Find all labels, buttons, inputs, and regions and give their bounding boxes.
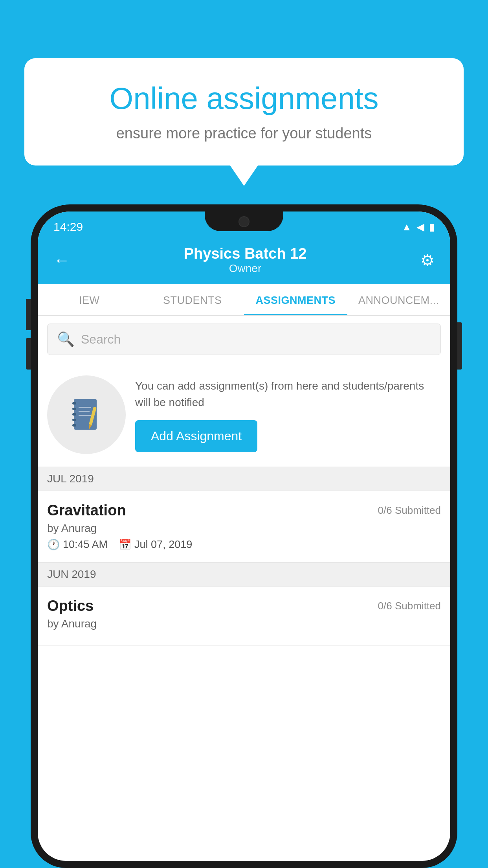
assignment-time: 10:45 AM: [63, 539, 108, 551]
meta-date: 📅 Jul 07, 2019: [119, 539, 192, 551]
calendar-icon: 📅: [119, 539, 131, 551]
speech-bubble: Online assignments ensure more practice …: [24, 58, 464, 166]
assignment-name: Gravitation: [47, 502, 126, 519]
tab-bar: IEW STUDENTS ASSIGNMENTS ANNOUNCEM...: [38, 284, 450, 316]
search-container: 🔍 Search: [38, 316, 450, 363]
assignment-submitted-optics: 0/6 Submitted: [378, 600, 441, 612]
meta-time: 🕐 10:45 AM: [47, 539, 108, 551]
volume-down-button: [26, 338, 31, 370]
settings-icon[interactable]: ⚙: [420, 251, 435, 269]
assignment-name-optics: Optics: [47, 598, 94, 614]
assignment-item-gravitation[interactable]: Gravitation 0/6 Submitted by Anurag 🕐 10…: [38, 491, 450, 562]
phone-outer: 14:29 ▲ ◀ ▮ ← Physics Batch 12 Owner ⚙: [31, 204, 457, 868]
tab-students[interactable]: STUDENTS: [141, 284, 244, 315]
speech-bubble-subtitle: ensure more practice for your students: [52, 125, 436, 142]
status-time: 14:29: [53, 220, 83, 234]
phone-screen: 14:29 ▲ ◀ ▮ ← Physics Batch 12 Owner ⚙: [38, 211, 450, 861]
assignment-meta: 🕐 10:45 AM 📅 Jul 07, 2019: [47, 539, 441, 551]
content-area: 🔍 Search: [38, 316, 450, 645]
search-bar[interactable]: 🔍 Search: [47, 324, 441, 355]
assignment-date: Jul 07, 2019: [134, 539, 192, 551]
app-header: ← Physics Batch 12 Owner ⚙: [38, 238, 450, 284]
battery-icon: ▮: [429, 221, 435, 233]
svg-rect-4: [72, 419, 76, 421]
assignment-row-top: Gravitation 0/6 Submitted: [47, 502, 441, 519]
add-assignment-button[interactable]: Add Assignment: [135, 420, 257, 452]
tab-assignments[interactable]: ASSIGNMENTS: [244, 284, 347, 315]
svg-rect-1: [72, 402, 76, 405]
add-assignment-description: You can add assignment(s) from here and …: [135, 378, 441, 411]
tab-iew[interactable]: IEW: [38, 284, 141, 315]
front-camera: [238, 216, 250, 227]
svg-rect-9: [79, 411, 90, 412]
assignment-item-optics[interactable]: Optics 0/6 Submitted by Anurag: [38, 587, 450, 645]
volume-up-button: [26, 299, 31, 330]
wifi-icon: ▲: [402, 221, 412, 233]
power-button: [457, 322, 462, 370]
svg-rect-10: [79, 415, 91, 416]
svg-rect-3: [72, 413, 76, 416]
svg-rect-5: [72, 424, 76, 427]
batch-title: Physics Batch 12: [184, 245, 307, 262]
notebook-icon: [67, 395, 106, 434]
svg-rect-8: [79, 407, 91, 408]
clock-icon: 🕐: [47, 539, 60, 551]
phone-notch: [205, 211, 283, 231]
status-icons: ▲ ◀ ▮: [402, 221, 435, 233]
assignment-submitted: 0/6 Submitted: [378, 504, 441, 517]
speech-bubble-title: Online assignments: [52, 82, 436, 116]
tab-announcements[interactable]: ANNOUNCEM...: [347, 284, 451, 315]
assignment-by-optics: by Anurag: [47, 618, 441, 630]
speech-bubble-container: Online assignments ensure more practice …: [24, 58, 464, 166]
assignment-by: by Anurag: [47, 522, 441, 535]
assignment-row-top-optics: Optics 0/6 Submitted: [47, 598, 441, 614]
section-jun-2019: JUN 2019: [38, 562, 450, 587]
section-jul-2019: JUL 2019: [38, 467, 450, 491]
phone-frame: 14:29 ▲ ◀ ▮ ← Physics Batch 12 Owner ⚙: [31, 204, 457, 868]
batch-subtitle: Owner: [184, 262, 307, 275]
signal-icon: ◀: [416, 221, 424, 233]
add-assignment-area: You can add assignment(s) from here and …: [38, 363, 450, 467]
search-placeholder: Search: [81, 332, 121, 347]
svg-rect-2: [72, 408, 76, 410]
notebook-icon-circle: [47, 375, 126, 454]
search-icon: 🔍: [57, 331, 75, 348]
back-button[interactable]: ←: [53, 251, 70, 270]
header-title-block: Physics Batch 12 Owner: [184, 245, 307, 275]
add-assignment-right: You can add assignment(s) from here and …: [135, 378, 441, 452]
